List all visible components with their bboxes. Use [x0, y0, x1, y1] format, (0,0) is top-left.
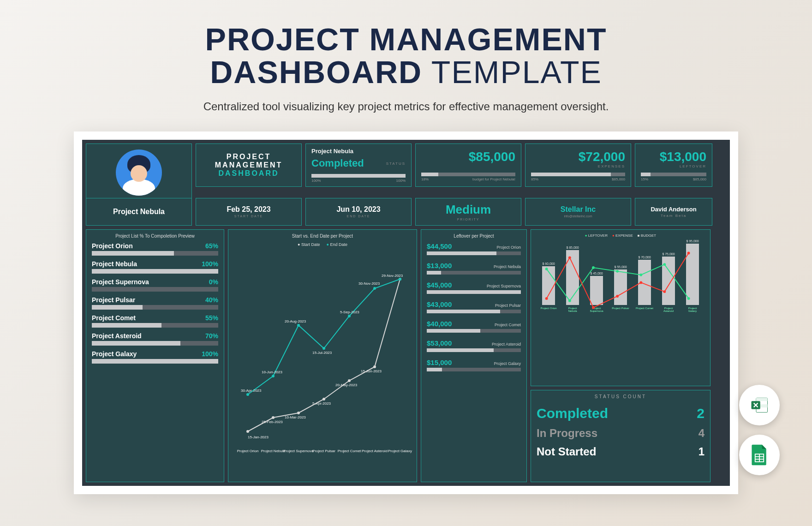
priority-card: Medium PRIORITY	[415, 198, 521, 226]
owner-name: David Anderson	[651, 206, 696, 213]
completion-row: Project Comet55%	[92, 314, 218, 328]
status-completed-row: Completed 2	[537, 406, 705, 421]
company-card: Stellar Inc info@stellarinc.com	[525, 198, 631, 226]
svg-point-5	[373, 365, 376, 368]
selected-project-card[interactable]: Project Nebula	[86, 198, 192, 226]
sheets-button[interactable]	[739, 435, 780, 475]
completion-row: Project Galaxy100%	[92, 350, 218, 364]
top-cards-row: PROJECT MANAGEMENT DASHBOARD Project Neb…	[86, 143, 726, 194]
hero-line1: PROJECT MANAGEMENT	[0, 23, 812, 56]
svg-point-2	[297, 412, 300, 414]
dashboard-frame: PROJECT MANAGEMENT DASHBOARD Project Neb…	[74, 132, 738, 494]
svg-point-36	[592, 266, 595, 269]
expenses-progress-bar	[531, 173, 625, 176]
owner-card: David Anderson Team Beta	[635, 198, 712, 226]
svg-text:29-Nov-2023: 29-Nov-2023	[382, 274, 403, 278]
leftover-card: $13,000 LEFTOVER 15%$85,000	[635, 143, 712, 187]
owner-team: Team Beta	[661, 214, 687, 218]
leftover-label: LEFTOVER	[680, 164, 706, 168]
leftover-title: Leftover per Project	[427, 233, 521, 239]
budget-value: $85,000	[421, 149, 515, 164]
completion-row: Project Orion65%	[92, 242, 218, 256]
leftover-row: $43,000Project Pulsar	[427, 300, 521, 313]
logo-card: PROJECT MANAGEMENT DASHBOARD	[196, 143, 302, 187]
priority-label: PRIORITY	[457, 218, 479, 221]
svg-text:5-Sep-2023: 5-Sep-2023	[340, 310, 359, 314]
completion-row: Project Supernova0%	[92, 278, 218, 292]
completion-panel: Project List % To Compoletion Preview Pr…	[86, 229, 224, 482]
hero-line2: DASHBOARD TEMPLATE	[0, 56, 812, 89]
combo-bar: $ 95,000Project Galaxy	[684, 239, 701, 313]
avatar-icon	[116, 149, 162, 196]
svg-text:20-May-2023: 20-May-2023	[335, 383, 358, 387]
svg-point-0	[246, 430, 249, 433]
leftover-row: $45,000Project Supernova	[427, 281, 521, 294]
combo-bar: $ 60,000Project Orion	[540, 262, 557, 313]
legend-end: End Date	[327, 242, 347, 247]
completion-row: Project Nebula100%	[92, 260, 218, 274]
hero-subtitle: Centralized tool visualizing key project…	[0, 100, 812, 113]
combo-bar: $ 75,000Project Asteroid	[660, 252, 677, 313]
company-name: Stellar Inc	[561, 205, 596, 214]
svg-point-3	[322, 398, 325, 400]
svg-rect-49	[756, 398, 768, 401]
svg-text:Project Supernova: Project Supernova	[283, 449, 314, 453]
leftover-panel: Leftover per Project $44,500Project Orio…	[421, 229, 527, 482]
combo-bar: $ 55,000Project Pulsar	[612, 265, 629, 313]
status-title: STATUS COUNT	[537, 394, 705, 399]
svg-text:25-Feb-2023: 25-Feb-2023	[262, 420, 283, 424]
excel-icon	[750, 395, 769, 415]
completion-title: Project List % To Compoletion Preview	[92, 233, 218, 239]
budget-card: $85,000 18%budget for Project Nebula!	[415, 143, 521, 187]
timeline-chart: 15-Jan-2023 25-Feb-2023 10-Mar-2023 5-Ap…	[234, 256, 418, 454]
svg-text:Project Orion: Project Orion	[237, 449, 259, 453]
leftover-row: $13,000Project Nebula	[427, 262, 521, 275]
svg-text:15-Jul-2023: 15-Jul-2023	[312, 351, 332, 355]
end-date-card: Jun 10, 2023 END DATE	[305, 198, 412, 226]
status-notstarted-row: Not Started 1	[537, 445, 705, 458]
svg-point-7	[246, 393, 249, 396]
download-buttons	[739, 385, 780, 475]
completion-row: Project Pulsar40%	[92, 296, 218, 310]
main-panels-row: Project List % To Compoletion Preview Pr…	[86, 229, 726, 482]
legend-start: Start Date	[298, 242, 320, 247]
legend-expense: EXPENSE	[612, 233, 633, 238]
svg-point-8	[272, 375, 275, 377]
svg-point-9	[297, 324, 300, 327]
leftover-row: $44,500Project Orion	[427, 242, 521, 255]
combo-bar: $ 45,000Project Supernova	[588, 272, 605, 313]
svg-point-12	[373, 287, 376, 290]
leftover-value: $13,000	[641, 149, 706, 164]
svg-point-11	[348, 315, 351, 317]
svg-text:Project Pulsar: Project Pulsar	[312, 449, 335, 453]
svg-point-10	[322, 347, 325, 350]
svg-text:Project Comet: Project Comet	[338, 449, 361, 453]
start-date: Feb 25, 2023	[227, 205, 270, 214]
svg-point-13	[399, 278, 401, 281]
status-progress-bar	[311, 174, 406, 178]
status-label: STATUS	[386, 161, 406, 166]
svg-text:30-Apr-2023: 30-Apr-2023	[241, 389, 262, 393]
expenses-label: EXPENSES	[598, 164, 625, 168]
company-email: info@stellarinc.com	[564, 215, 592, 218]
legend-budget: BUDGET	[638, 233, 656, 238]
logo-line3: DASHBOARD	[219, 169, 279, 178]
svg-text:10-Jun-2023: 10-Jun-2023	[262, 370, 282, 374]
svg-text:Project Galaxy: Project Galaxy	[388, 449, 412, 453]
timeline-chart-title: Start vs. End Date per Project	[234, 233, 411, 239]
svg-point-4	[348, 379, 351, 382]
leftover-row: $15,000Project Galaxy	[427, 359, 521, 371]
completion-row: Project Asteroid70%	[92, 332, 218, 346]
svg-text:15-Jan-2023: 15-Jan-2023	[248, 435, 269, 439]
start-date-label: START DATE	[234, 215, 263, 218]
svg-text:30-Nov-2023: 30-Nov-2023	[358, 281, 380, 286]
combo-bar: $ 85,000Project Nebula	[564, 246, 581, 313]
excel-button[interactable]	[739, 385, 780, 425]
timeline-chart-panel: Start vs. End Date per Project Start Dat…	[228, 229, 417, 482]
logo-line1: PROJECT	[227, 153, 271, 161]
legend-leftover: LEFTOVER	[585, 233, 608, 238]
leftover-row: $40,000Project Comet	[427, 320, 521, 333]
expenses-card: $72,000 EXPENSES 85%$85,000	[525, 143, 631, 187]
project-name: Project Nebula	[311, 148, 406, 155]
dashboard: PROJECT MANAGEMENT DASHBOARD Project Neb…	[82, 140, 730, 486]
